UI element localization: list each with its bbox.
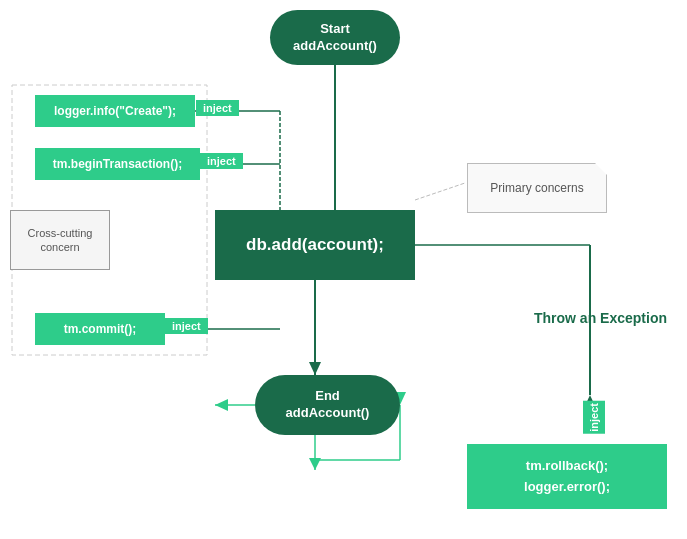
rollback-line2: logger.error();	[524, 477, 610, 498]
diagram-container: Start addAccount() logger.info("Create")…	[0, 0, 687, 539]
inject-label-2: inject	[200, 153, 243, 169]
svg-line-20	[415, 183, 465, 200]
cross-cutting-label: Cross-cutting concern	[11, 226, 109, 255]
svg-marker-11	[309, 458, 321, 470]
inject-label-1: inject	[196, 100, 239, 116]
tm-commit-label: tm.commit();	[64, 322, 137, 336]
end-line1: End	[315, 388, 340, 405]
end-node: End addAccount()	[255, 375, 400, 435]
rollback-box: tm.rollback(); logger.error();	[467, 444, 667, 509]
rollback-line1: tm.rollback();	[526, 456, 608, 477]
start-line1: Start	[320, 21, 350, 38]
throw-exception-label: Throw an Exception	[534, 310, 667, 326]
cross-cutting-box: Cross-cutting concern	[10, 210, 110, 270]
tm-commit-box: tm.commit();	[35, 313, 165, 345]
svg-marker-6	[309, 362, 321, 375]
logger-box: logger.info("Create");	[35, 95, 195, 127]
tm-begin-label: tm.beginTransaction();	[53, 157, 182, 171]
inject-label-3: inject	[165, 318, 208, 334]
main-db-label: db.add(account);	[246, 235, 384, 255]
primary-concerns-label: Primary concerns	[490, 181, 583, 195]
logger-label: logger.info("Create");	[54, 104, 176, 118]
end-line2: addAccount()	[286, 405, 370, 422]
tm-begin-box: tm.beginTransaction();	[35, 148, 200, 180]
start-node: Start addAccount()	[270, 10, 400, 65]
primary-concerns-note: Primary concerns	[467, 163, 607, 213]
start-line2: addAccount()	[293, 38, 377, 55]
inject-label-right: inject	[583, 401, 605, 434]
main-db-box: db.add(account);	[215, 210, 415, 280]
svg-marker-9	[215, 399, 228, 411]
